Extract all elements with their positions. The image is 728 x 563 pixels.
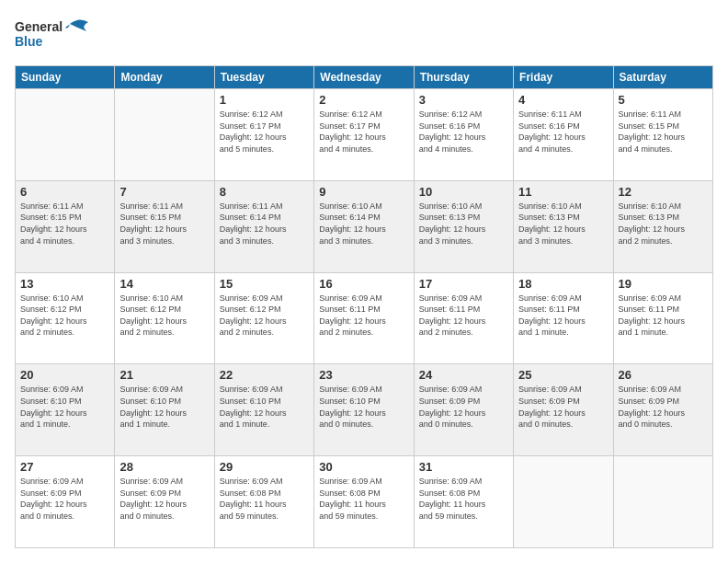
calendar-cell: 20Sunrise: 6:09 AM Sunset: 6:10 PM Dayli… xyxy=(16,364,115,456)
page: General Blue SundayMondayTuesdayWednesda… xyxy=(0,0,728,563)
day-number: 6 xyxy=(20,185,109,199)
day-number: 29 xyxy=(220,460,309,474)
calendar-cell: 10Sunrise: 6:10 AM Sunset: 6:13 PM Dayli… xyxy=(414,180,513,272)
calendar-cell: 31Sunrise: 6:09 AM Sunset: 6:08 PM Dayli… xyxy=(414,456,513,548)
calendar-cell: 17Sunrise: 6:09 AM Sunset: 6:11 PM Dayli… xyxy=(414,272,513,364)
day-info: Sunrise: 6:11 AM Sunset: 6:15 PM Dayligh… xyxy=(619,109,708,155)
calendar-cell: 22Sunrise: 6:09 AM Sunset: 6:10 PM Dayli… xyxy=(214,364,313,456)
logo: General Blue xyxy=(15,15,97,56)
day-info: Sunrise: 6:09 AM Sunset: 6:08 PM Dayligh… xyxy=(220,476,309,522)
day-info: Sunrise: 6:10 AM Sunset: 6:12 PM Dayligh… xyxy=(20,293,109,339)
calendar-cell: 27Sunrise: 6:09 AM Sunset: 6:09 PM Dayli… xyxy=(16,456,115,548)
day-number: 7 xyxy=(119,185,209,199)
calendar-cell: 25Sunrise: 6:09 AM Sunset: 6:09 PM Dayli… xyxy=(514,364,613,456)
day-info: Sunrise: 6:09 AM Sunset: 6:10 PM Dayligh… xyxy=(220,384,309,430)
day-number: 21 xyxy=(119,368,209,382)
calendar-header-friday: Friday xyxy=(514,66,613,89)
calendar-header-saturday: Saturday xyxy=(613,66,712,89)
calendar-cell: 2Sunrise: 6:12 AM Sunset: 6:17 PM Daylig… xyxy=(314,89,414,181)
day-number: 15 xyxy=(220,277,309,291)
day-number: 2 xyxy=(319,93,408,107)
day-info: Sunrise: 6:10 AM Sunset: 6:13 PM Dayligh… xyxy=(419,201,508,247)
calendar-header-tuesday: Tuesday xyxy=(214,66,313,89)
day-info: Sunrise: 6:11 AM Sunset: 6:14 PM Dayligh… xyxy=(220,201,309,247)
day-number: 31 xyxy=(419,460,508,474)
day-number: 25 xyxy=(518,368,608,382)
day-number: 3 xyxy=(419,93,508,107)
svg-text:Blue: Blue xyxy=(15,34,43,49)
calendar-header-wednesday: Wednesday xyxy=(314,66,414,89)
day-number: 13 xyxy=(20,277,109,291)
day-number: 11 xyxy=(518,185,608,199)
day-info: Sunrise: 6:09 AM Sunset: 6:11 PM Dayligh… xyxy=(518,293,608,339)
day-info: Sunrise: 6:10 AM Sunset: 6:14 PM Dayligh… xyxy=(319,201,408,247)
day-info: Sunrise: 6:10 AM Sunset: 6:12 PM Dayligh… xyxy=(119,293,209,339)
calendar-header-sunday: Sunday xyxy=(16,66,115,89)
calendar-cell: 1Sunrise: 6:12 AM Sunset: 6:17 PM Daylig… xyxy=(214,89,313,181)
day-info: Sunrise: 6:09 AM Sunset: 6:11 PM Dayligh… xyxy=(619,293,708,339)
calendar-week-row: 1Sunrise: 6:12 AM Sunset: 6:17 PM Daylig… xyxy=(16,89,713,181)
day-number: 20 xyxy=(20,368,109,382)
day-info: Sunrise: 6:09 AM Sunset: 6:09 PM Dayligh… xyxy=(518,384,608,430)
day-number: 14 xyxy=(119,277,209,291)
day-info: Sunrise: 6:10 AM Sunset: 6:13 PM Dayligh… xyxy=(518,201,608,247)
calendar-week-row: 20Sunrise: 6:09 AM Sunset: 6:10 PM Dayli… xyxy=(16,364,713,456)
day-info: Sunrise: 6:09 AM Sunset: 6:10 PM Dayligh… xyxy=(20,384,109,430)
day-number: 1 xyxy=(220,93,309,107)
calendar-cell: 12Sunrise: 6:10 AM Sunset: 6:13 PM Dayli… xyxy=(613,180,712,272)
calendar-cell: 9Sunrise: 6:10 AM Sunset: 6:14 PM Daylig… xyxy=(314,180,414,272)
day-info: Sunrise: 6:09 AM Sunset: 6:09 PM Dayligh… xyxy=(119,476,209,522)
day-info: Sunrise: 6:11 AM Sunset: 6:16 PM Dayligh… xyxy=(518,109,608,155)
day-info: Sunrise: 6:11 AM Sunset: 6:15 PM Dayligh… xyxy=(20,201,109,247)
calendar-cell: 11Sunrise: 6:10 AM Sunset: 6:13 PM Dayli… xyxy=(514,180,613,272)
day-info: Sunrise: 6:09 AM Sunset: 6:10 PM Dayligh… xyxy=(119,384,209,430)
logo-svg: General Blue xyxy=(15,15,97,56)
day-number: 5 xyxy=(619,93,708,107)
calendar-cell: 3Sunrise: 6:12 AM Sunset: 6:16 PM Daylig… xyxy=(414,89,513,181)
calendar-cell: 8Sunrise: 6:11 AM Sunset: 6:14 PM Daylig… xyxy=(214,180,313,272)
day-info: Sunrise: 6:09 AM Sunset: 6:11 PM Dayligh… xyxy=(419,293,508,339)
day-number: 16 xyxy=(319,277,408,291)
calendar-week-row: 6Sunrise: 6:11 AM Sunset: 6:15 PM Daylig… xyxy=(16,180,713,272)
calendar-week-row: 13Sunrise: 6:10 AM Sunset: 6:12 PM Dayli… xyxy=(16,272,713,364)
day-info: Sunrise: 6:12 AM Sunset: 6:17 PM Dayligh… xyxy=(319,109,408,155)
calendar-cell: 15Sunrise: 6:09 AM Sunset: 6:12 PM Dayli… xyxy=(214,272,313,364)
day-number: 30 xyxy=(319,460,408,474)
day-info: Sunrise: 6:09 AM Sunset: 6:08 PM Dayligh… xyxy=(319,476,408,522)
day-info: Sunrise: 6:10 AM Sunset: 6:13 PM Dayligh… xyxy=(619,201,708,247)
calendar-cell: 4Sunrise: 6:11 AM Sunset: 6:16 PM Daylig… xyxy=(514,89,613,181)
calendar-header-monday: Monday xyxy=(115,66,214,89)
day-number: 28 xyxy=(119,460,209,474)
calendar-cell: 26Sunrise: 6:09 AM Sunset: 6:09 PM Dayli… xyxy=(613,364,712,456)
calendar-cell: 5Sunrise: 6:11 AM Sunset: 6:15 PM Daylig… xyxy=(613,89,712,181)
calendar-cell xyxy=(514,456,613,548)
calendar-cell: 28Sunrise: 6:09 AM Sunset: 6:09 PM Dayli… xyxy=(115,456,214,548)
svg-text:General: General xyxy=(15,19,63,34)
day-info: Sunrise: 6:09 AM Sunset: 6:09 PM Dayligh… xyxy=(20,476,109,522)
calendar-cell: 14Sunrise: 6:10 AM Sunset: 6:12 PM Dayli… xyxy=(115,272,214,364)
day-number: 17 xyxy=(419,277,508,291)
calendar-cell: 18Sunrise: 6:09 AM Sunset: 6:11 PM Dayli… xyxy=(514,272,613,364)
day-info: Sunrise: 6:12 AM Sunset: 6:16 PM Dayligh… xyxy=(419,109,508,155)
calendar-cell xyxy=(115,89,214,181)
day-number: 9 xyxy=(319,185,408,199)
day-info: Sunrise: 6:09 AM Sunset: 6:10 PM Dayligh… xyxy=(319,384,408,430)
day-number: 10 xyxy=(419,185,508,199)
day-info: Sunrise: 6:09 AM Sunset: 6:11 PM Dayligh… xyxy=(319,293,408,339)
calendar-header-thursday: Thursday xyxy=(414,66,513,89)
calendar-cell: 16Sunrise: 6:09 AM Sunset: 6:11 PM Dayli… xyxy=(314,272,414,364)
day-number: 4 xyxy=(518,93,608,107)
calendar-cell xyxy=(16,89,115,181)
day-number: 26 xyxy=(619,368,708,382)
day-info: Sunrise: 6:09 AM Sunset: 6:12 PM Dayligh… xyxy=(220,293,309,339)
calendar-cell: 23Sunrise: 6:09 AM Sunset: 6:10 PM Dayli… xyxy=(314,364,414,456)
day-info: Sunrise: 6:09 AM Sunset: 6:09 PM Dayligh… xyxy=(619,384,708,430)
calendar-header-row: SundayMondayTuesdayWednesdayThursdayFrid… xyxy=(16,66,713,89)
calendar-cell xyxy=(613,456,712,548)
day-info: Sunrise: 6:09 AM Sunset: 6:09 PM Dayligh… xyxy=(419,384,508,430)
day-number: 18 xyxy=(518,277,608,291)
day-number: 22 xyxy=(220,368,309,382)
calendar-cell: 13Sunrise: 6:10 AM Sunset: 6:12 PM Dayli… xyxy=(16,272,115,364)
day-number: 19 xyxy=(619,277,708,291)
calendar-week-row: 27Sunrise: 6:09 AM Sunset: 6:09 PM Dayli… xyxy=(16,456,713,548)
